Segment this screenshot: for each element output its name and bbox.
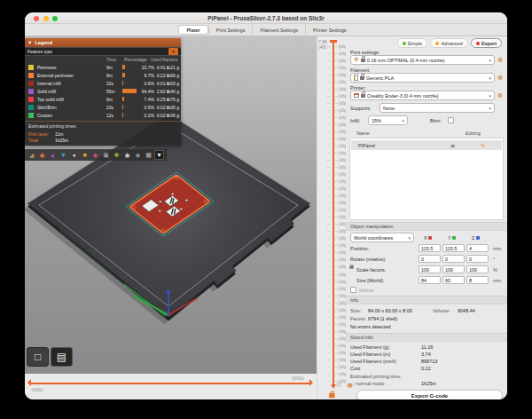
mode-switcher: Simple Advanced Expert <box>397 38 502 48</box>
printer-gear-button[interactable]: ☸ <box>497 92 503 99</box>
sliced-info-row: Used Filament (g) 11.16 <box>346 344 507 352</box>
y-value-field[interactable]: 60 <box>442 276 465 284</box>
inches-checkbox[interactable] <box>350 287 356 293</box>
view-mode-bar: □ ▤ <box>27 347 73 367</box>
manipulation-header: Object manipulation <box>346 222 507 231</box>
legend-row[interactable]: Internal infill 32s 0.6% 0.01 m 0.03 g <box>25 79 181 87</box>
gcode-toolbar-icon[interactable]: ▲ <box>48 150 58 160</box>
layer-tick: – [object Object] <box>317 78 347 85</box>
z-value-field[interactable]: 100 <box>466 265 489 273</box>
move-slider-right-handle[interactable] <box>309 379 313 386</box>
tab[interactable]: Printer Settings <box>305 25 354 35</box>
layer-slider[interactable]: 7.88 (49) – [object Object] – [object Ob… <box>317 36 346 399</box>
minimize-button[interactable] <box>43 16 49 21</box>
filter-button[interactable]: ▼ <box>168 48 178 55</box>
zoom-button[interactable] <box>52 16 58 21</box>
uniform-scale-lock-icon[interactable] <box>349 265 354 269</box>
manipulation-row: Rotate (relative): 0 0 0 ° <box>346 255 507 264</box>
layer-tick: – [object Object] <box>317 164 347 171</box>
mode-button[interactable]: Advanced <box>430 38 467 48</box>
export-gcode-button[interactable]: Export G-code <box>356 390 503 399</box>
move-slider-track[interactable] <box>30 383 309 384</box>
gcode-toolbar-icon[interactable]: ✚ <box>112 150 121 160</box>
infill-select[interactable]: 15% ▾ <box>368 115 408 125</box>
x-value-field[interactable]: 84 <box>419 276 441 284</box>
gcode-toolbar-icon[interactable]: ◉ <box>37 150 47 160</box>
viewport-3d[interactable]: ▼ Legend Feature type ▼ Time Percentage … <box>25 36 317 374</box>
sliced-row-label: Used Filament (mm³) <box>350 359 396 364</box>
object-row[interactable]: PiPanel ◉ ✎ <box>351 140 502 150</box>
percentage-bar <box>122 105 123 109</box>
print-settings-gear-button[interactable]: ☸ <box>497 57 503 63</box>
z-value-field[interactable]: 4 <box>466 244 489 252</box>
legend-row[interactable]: Solid infill 55m 64.4% 2.82 m 8.40 g <box>25 87 181 95</box>
tab[interactable]: Plater <box>178 25 207 35</box>
infill-label: Infill: <box>350 118 360 123</box>
lock-icon[interactable] <box>329 393 335 398</box>
gcode-toolbar-icon[interactable]: ◉ <box>122 150 132 160</box>
editor-view-button[interactable]: □ <box>27 347 49 367</box>
gcode-toolbar-icon[interactable]: ◆ <box>133 150 143 160</box>
tab[interactable]: Print Settings <box>208 25 253 35</box>
eye-icon[interactable]: ◉ <box>450 142 455 148</box>
chevron-down-icon: ▾ <box>402 118 404 123</box>
gcode-toolbar-icon[interactable]: ▣ <box>101 150 111 160</box>
z-axis-swatch <box>476 236 480 240</box>
z-value-field[interactable]: 8 <box>466 276 489 284</box>
gcode-toolbar-icon[interactable]: ◢ <box>27 150 36 160</box>
tab[interactable]: Filament Settings <box>252 25 305 35</box>
gcode-toolbar-icon[interactable]: ● <box>69 150 79 160</box>
close-button[interactable] <box>34 16 39 21</box>
mode-button[interactable]: Expert <box>471 38 502 48</box>
layer-tick: – [object Object] <box>317 186 347 193</box>
layer-slider-bottom-handle[interactable] <box>331 384 336 389</box>
sliced-row-label: Used Filament (g) <box>350 344 389 350</box>
preview-view-button[interactable]: ▤ <box>51 347 73 367</box>
legend-row[interactable]: Skirt/Brim 23s 0.5% 0.02 m 0.05 g <box>25 103 181 111</box>
view-type-value: Feature type <box>27 49 52 54</box>
y-value-field[interactable]: 0 <box>442 255 465 263</box>
feature-color-swatch <box>28 89 34 94</box>
x-value-field[interactable]: 115.5 <box>419 244 441 252</box>
layers-icon: ▤ <box>57 352 66 362</box>
feature-color-swatch <box>28 97 34 102</box>
view-type-dropdown[interactable]: Feature type ▼ <box>25 47 181 56</box>
legend-row[interactable]: Custom 12s 0.2% 0.02 m 0.06 g <box>25 111 181 119</box>
feature-time: 12s <box>106 113 113 118</box>
mode-button[interactable]: Simple <box>397 38 428 48</box>
gcode-toolbar-icon[interactable]: ▼ <box>154 150 164 160</box>
legend-row[interactable]: Top solid infill 6m 7.4% 0.25 m 0.75 g <box>25 95 181 103</box>
x-value-field[interactable]: 0 <box>419 255 441 263</box>
move-slider[interactable]: 43881 43901 <box>25 374 317 399</box>
supports-select[interactable]: None ▾ <box>379 103 495 113</box>
brim-checkbox[interactable] <box>448 117 454 123</box>
y-value-field[interactable]: 115.5 <box>442 244 465 252</box>
filament-gear-button[interactable]: ☸ <box>497 75 503 81</box>
legend-header[interactable]: ▼ Legend <box>25 38 181 47</box>
object-list-header: Name Editing <box>346 128 507 138</box>
z-value-field[interactable]: 0 <box>466 255 489 263</box>
bottom-layer-number: (1) <box>336 383 341 387</box>
manipulation-row-label: Size [World]: <box>356 278 384 283</box>
legend-row[interactable]: External perimeter 8m 9.7% 0.22 m 0.66 g <box>25 71 181 79</box>
coordinates-select[interactable]: World coordinates ▾ <box>350 233 414 242</box>
total-time-label: Total: <box>28 138 55 143</box>
printer-value: Creality Ender-3 (0.4 mm nozzle) <box>367 93 439 99</box>
chevron-down-icon: ▾ <box>489 93 491 99</box>
gcode-toolbar-icon[interactable]: ◆ <box>90 150 100 160</box>
gcode-toolbar-icon[interactable]: ▦ <box>144 150 153 160</box>
print-settings-select[interactable]: ☸ 0.16 mm OPTIMAL (0.4 mm nozzle) ▾ <box>350 55 495 65</box>
y-value-field[interactable]: 100 <box>442 265 465 273</box>
layer-tick: – [object Object] <box>317 285 347 292</box>
legend-row[interactable]: Perimeter 9m 10.7% 0.41 m 1.21 g <box>25 63 181 71</box>
gcode-toolbar-icon[interactable]: ▼ <box>59 150 68 160</box>
filament-select[interactable]: Generic PLA ▾ <box>350 73 495 83</box>
manipulation-row-label: Rotate (relative): <box>350 257 387 262</box>
gcode-toolbar-icon[interactable]: ■ <box>80 150 90 160</box>
tab-bar: Plater Print Settings Filament Settings … <box>25 24 507 36</box>
edit-icon[interactable]: ✎ <box>481 142 485 148</box>
x-value-field[interactable]: 100 <box>419 265 441 273</box>
funnel-icon: ▼ <box>171 50 175 54</box>
printer-select[interactable]: Creality Ender-3 (0.4 mm nozzle) ▾ <box>350 91 495 100</box>
feature-percentage: 64.4% <box>138 89 154 94</box>
